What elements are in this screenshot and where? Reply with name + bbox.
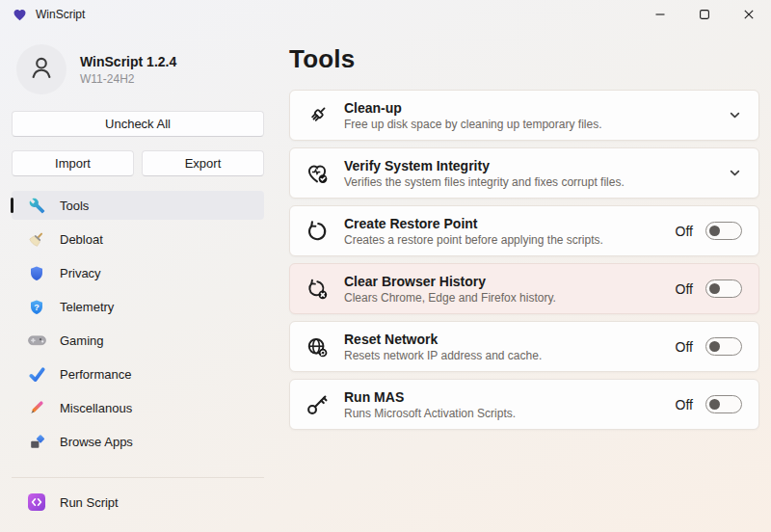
wrench-icon xyxy=(27,196,46,215)
card-reset-network[interactable]: Reset Network Resets network IP address … xyxy=(289,321,759,372)
toggle-knob xyxy=(709,341,720,352)
toggle-knob xyxy=(709,226,720,236)
card-description: Runs Microsoft Activation Scripts. xyxy=(344,407,516,420)
cleanup-icon xyxy=(303,104,332,127)
card-control: Off xyxy=(676,222,742,240)
export-button[interactable]: Export xyxy=(142,150,264,176)
sidebar-item-label: Telemetry xyxy=(60,300,114,314)
toggle-state-label: Off xyxy=(676,397,693,412)
gamepad-icon xyxy=(27,331,46,350)
toggle-state-label: Off xyxy=(676,224,693,239)
toggle[interactable] xyxy=(705,395,742,413)
close-button[interactable] xyxy=(727,0,771,29)
sidebar-item-label: Browse Apps xyxy=(60,435,133,449)
card-verify-system-integrity[interactable]: Verify System Integrity Verifies the sys… xyxy=(289,147,759,199)
person-icon xyxy=(28,54,55,85)
profile-build: W11-24H2 xyxy=(80,72,176,86)
sidebar-item-label: Run Script xyxy=(60,495,119,510)
verify-icon xyxy=(303,162,332,185)
sidebar-item-label: Gaming xyxy=(60,333,104,348)
chevron-down-icon[interactable] xyxy=(728,108,742,122)
maximize-button[interactable] xyxy=(682,0,727,29)
winscript-window: WinScript WinScript 1.2.4 xyxy=(0,0,771,532)
card-description: Free up disk space by cleaning up tempor… xyxy=(344,118,601,131)
card-clear-browser-history[interactable]: Clear Browser History Clears Chrome, Edg… xyxy=(289,263,759,314)
sidebar-item-label: Performance xyxy=(60,367,131,382)
main-panel: Tools Clean-up Free up disk space by cle… xyxy=(276,29,771,532)
profile-name: WinScript 1.2.4 xyxy=(80,54,176,69)
card-title: Clear Browser History xyxy=(344,274,556,289)
sidebar-item-performance[interactable]: Performance xyxy=(12,359,264,388)
titlebar: WinScript xyxy=(0,0,771,29)
uncheck-all-button[interactable]: Uncheck All xyxy=(12,111,264,137)
app-title: WinScript xyxy=(36,8,85,21)
apps-icon xyxy=(27,432,46,451)
card-run-mas[interactable]: Run MAS Runs Microsoft Activation Script… xyxy=(289,379,759,430)
card-description: Creates a restore point before applying … xyxy=(344,233,603,247)
toggle-knob xyxy=(709,283,720,294)
broom-icon xyxy=(27,229,46,249)
key-icon xyxy=(303,393,332,416)
toggle-state-label: Off xyxy=(676,339,693,355)
card-control: Off xyxy=(676,395,742,413)
app-logo-heart-icon xyxy=(13,8,27,22)
page-title: Tools xyxy=(289,44,759,74)
chevron-down-icon[interactable] xyxy=(728,166,742,180)
clear-history-icon xyxy=(303,278,332,301)
toggle-knob xyxy=(709,399,720,410)
restore-icon xyxy=(303,220,332,243)
sidebar-item-gaming[interactable]: Gaming xyxy=(12,326,264,355)
card-control: Off xyxy=(676,279,742,298)
avatar xyxy=(16,44,66,94)
import-button[interactable]: Import xyxy=(12,150,134,176)
svg-text:?: ? xyxy=(34,302,40,311)
sidebar-item-label: Tools xyxy=(60,199,89,213)
minimize-button[interactable] xyxy=(638,0,682,29)
sidebar-item-debloat[interactable]: Debloat xyxy=(12,225,264,253)
card-description: Verifies the system files integrity and … xyxy=(344,175,625,189)
sidebar-item-miscellanous[interactable]: Miscellanous xyxy=(12,393,264,422)
checkmark-icon xyxy=(27,364,46,384)
toggle[interactable] xyxy=(705,337,742,356)
sidebar-item-privacy[interactable]: Privacy xyxy=(12,258,264,287)
card-description: Resets network IP address and cache. xyxy=(344,349,542,362)
card-description: Clears Chrome, Edge and Firefox history. xyxy=(344,291,556,305)
sidebar-item-run-script[interactable]: Run Script xyxy=(12,488,264,517)
profile: WinScript 1.2.4 W11-24H2 xyxy=(16,44,264,94)
sidebar-nav: Tools Debloat Privacy ? Telemetry Gaming… xyxy=(12,191,264,456)
card-title: Verify System Integrity xyxy=(344,158,625,173)
card-title: Run MAS xyxy=(344,389,516,405)
toggle[interactable] xyxy=(705,222,742,240)
card-title: Create Restore Point xyxy=(344,216,603,231)
toggle[interactable] xyxy=(705,279,742,298)
sidebar-item-telemetry[interactable]: ? Telemetry xyxy=(12,292,264,321)
cards-list: Clean-up Free up disk space by cleaning … xyxy=(289,90,759,430)
card-control: Off xyxy=(676,337,742,356)
shield-icon xyxy=(27,263,46,282)
card-clean-up[interactable]: Clean-up Free up disk space by cleaning … xyxy=(289,90,759,141)
card-control xyxy=(728,108,742,122)
card-title: Clean-up xyxy=(344,100,601,116)
card-control xyxy=(728,166,742,180)
reset-network-icon xyxy=(303,335,332,359)
sidebar-item-browse-apps[interactable]: Browse Apps xyxy=(12,427,264,456)
sidebar-item-label: Debloat xyxy=(60,232,103,247)
sidebar-item-label: Privacy xyxy=(60,266,101,280)
window-controls xyxy=(638,0,771,29)
shield-question-icon: ? xyxy=(27,297,46,316)
sidebar-item-tools[interactable]: Tools xyxy=(12,191,264,220)
code-icon xyxy=(27,492,46,512)
toggle-state-label: Off xyxy=(676,281,693,297)
card-title: Reset Network xyxy=(344,332,542,347)
pen-icon xyxy=(27,398,46,417)
sidebar-bottom: Run Script xyxy=(12,466,264,517)
sidebar-item-label: Miscellanous xyxy=(60,401,132,415)
sidebar: WinScript 1.2.4 W11-24H2 Uncheck All Imp… xyxy=(0,29,276,532)
sidebar-divider xyxy=(12,477,264,478)
card-create-restore-point[interactable]: Create Restore Point Creates a restore p… xyxy=(289,205,759,256)
